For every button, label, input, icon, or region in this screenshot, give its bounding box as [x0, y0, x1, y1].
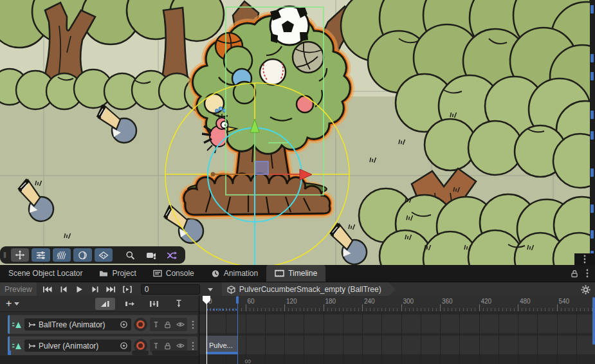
play-button[interactable]: [71, 284, 87, 295]
toolbar-drag-handle[interactable]: ‖: [3, 251, 6, 260]
lock-icon[interactable]: [164, 321, 171, 329]
tab-animation[interactable]: Animation: [203, 265, 266, 282]
previous-frame-button[interactable]: [55, 284, 71, 295]
sphere-icon: [78, 251, 87, 260]
preview-label: Preview: [5, 285, 32, 294]
scene-toolbar: ‖: [0, 246, 185, 264]
cube-icon: [227, 286, 235, 294]
timeline-gridline: [401, 311, 402, 364]
ruler-label: 360: [442, 298, 453, 305]
pin-icon: [174, 299, 183, 308]
folder-icon: [99, 269, 108, 277]
clip-pulver[interactable]: Pulve...: [206, 336, 237, 354]
ripple-mode-button[interactable]: [120, 298, 140, 310]
eye-icon[interactable]: [176, 321, 185, 328]
sphere-tool-button[interactable]: [73, 248, 91, 262]
camera-tool-button[interactable]: [142, 248, 160, 262]
sliders-tool-button[interactable]: [32, 248, 50, 262]
track-lane-balltree[interactable]: [199, 314, 595, 333]
kebab-icon: [192, 320, 194, 329]
object-picker-icon[interactable]: [120, 341, 128, 350]
shuffle-tool-button[interactable]: [163, 248, 181, 262]
add-label: +: [6, 298, 12, 309]
preview-toggle[interactable]: Preview: [0, 282, 37, 296]
layers-diamond-icon: [98, 251, 109, 260]
ruler-tick: [324, 304, 324, 311]
mix-mode-icon: [100, 300, 110, 308]
horizontal-scrollbar-segment[interactable]: [132, 350, 149, 355]
timeline-gridline: [304, 311, 304, 364]
frame-input[interactable]: [141, 284, 200, 295]
ruler-label: 60: [248, 298, 255, 305]
skip-to-start-button[interactable]: [39, 284, 55, 295]
tab-console[interactable]: Console: [145, 265, 203, 282]
add-track-button[interactable]: +: [0, 298, 25, 309]
markers-toggle-button[interactable]: [169, 298, 188, 310]
timeline-gridline: [518, 311, 518, 364]
tab-label: Timeline: [288, 269, 317, 278]
pink-ball: [297, 96, 313, 113]
soccer-ball: [270, 6, 309, 45]
plane-handle[interactable]: [255, 161, 268, 174]
tab-timeline[interactable]: Timeline: [266, 265, 325, 282]
tab-scene-object-locator[interactable]: Scene Object Locator: [0, 265, 91, 282]
timeline-ruler[interactable]: 060120180240300360420480540: [199, 296, 595, 312]
ruler-label: 420: [481, 298, 492, 305]
track-name-field[interactable]: BallTree (Animator): [24, 318, 131, 331]
skip-to-end-icon: [106, 286, 116, 293]
mix-mode-button[interactable]: [95, 298, 115, 310]
track-name: BallTree (Animator): [39, 320, 117, 329]
eye-icon[interactable]: [176, 342, 185, 349]
lock-icon[interactable]: [164, 342, 171, 350]
ruler-label: 300: [403, 298, 414, 305]
clip-area[interactable]: Pulve... ∞: [199, 311, 595, 364]
tab-project[interactable]: Project: [91, 265, 144, 282]
tab-label: Project: [112, 269, 136, 278]
record-toggle-button[interactable]: [134, 318, 147, 331]
hatching-tool-button[interactable]: [53, 248, 71, 262]
timeline-gridline: [499, 311, 499, 364]
scene-right-scrollbar[interactable]: [590, 0, 595, 265]
next-frame-button[interactable]: [87, 284, 104, 295]
lock-icon[interactable]: [571, 269, 578, 278]
clip-label: Pulve...: [209, 341, 233, 349]
animation-track-icon: [12, 320, 22, 329]
track-header-panel: +: [0, 296, 199, 364]
skip-to-end-button[interactable]: [104, 284, 120, 295]
pin-icon[interactable]: [152, 321, 160, 329]
replace-mode-button[interactable]: [144, 298, 164, 310]
clock-icon: [211, 269, 220, 278]
track-menu-button[interactable]: [190, 320, 196, 329]
frame-options-caret[interactable]: [208, 288, 213, 291]
timeline-settings-button[interactable]: [581, 285, 595, 295]
play-range-button[interactable]: [120, 284, 136, 295]
replace-mode-icon: [149, 300, 159, 308]
scene-corner-menu[interactable]: [574, 253, 595, 265]
horizontal-scrollbar-segment[interactable]: [152, 350, 198, 355]
next-frame-icon: [91, 286, 100, 293]
shuffle-icon: [167, 251, 178, 260]
track-row-balltree[interactable]: BallTree (Animator): [8, 315, 197, 334]
track-controls: [150, 318, 187, 331]
ripple-mode-icon: [125, 300, 135, 308]
hatching-icon: [57, 251, 66, 260]
track-name-field[interactable]: Pulver (Animator): [24, 340, 131, 352]
pivot-dot[interactable]: [211, 172, 215, 177]
kebab-menu-icon[interactable]: [586, 269, 589, 278]
track-lane-pulver[interactable]: [199, 336, 595, 354]
ruler-label: 480: [520, 298, 531, 305]
pin-icon[interactable]: [152, 342, 160, 350]
baseball: [260, 59, 286, 85]
breadcrumb[interactable]: PulverCucumberSmack_empty (BallTree): [222, 282, 396, 296]
search-tool-button[interactable]: [122, 248, 140, 262]
move-tool-button[interactable]: [11, 248, 29, 262]
object-picker-icon[interactable]: [120, 320, 128, 329]
layers-tool-button[interactable]: [95, 248, 113, 262]
track-name: Pulver (Animator): [39, 341, 117, 350]
track-menu-button[interactable]: [190, 341, 196, 350]
playhead-line[interactable]: [206, 302, 208, 364]
scene-view[interactable]: ‖: [0, 0, 590, 265]
console-icon: [153, 269, 162, 277]
timeline-gridline: [557, 311, 558, 364]
timeline-right-scrollbar[interactable]: [592, 297, 595, 345]
